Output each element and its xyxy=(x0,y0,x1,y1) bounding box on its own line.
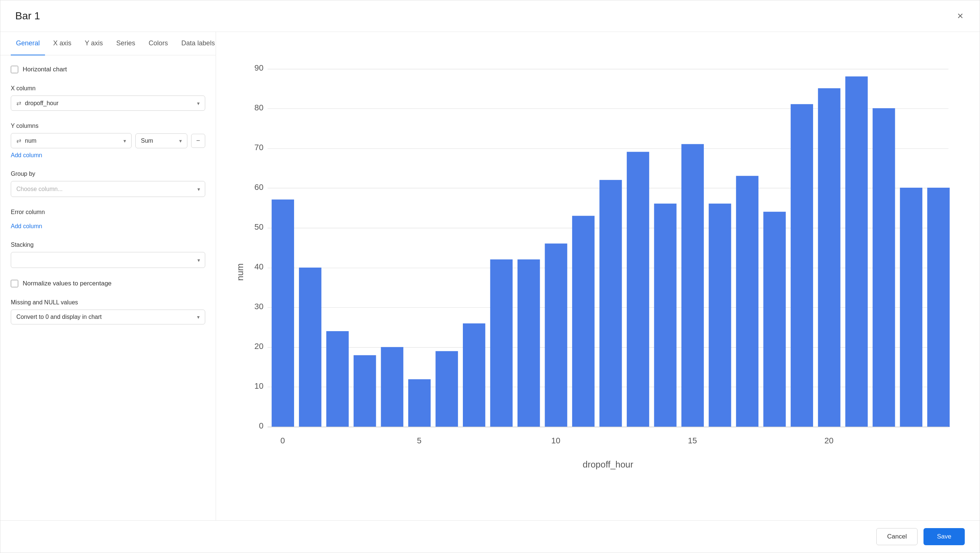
right-panel: num xyxy=(216,32,980,520)
group-by-label: Group by xyxy=(11,171,205,177)
x-column-icon: ⇄ xyxy=(16,100,21,106)
chart-container: num xyxy=(231,40,965,513)
add-error-column-button[interactable]: Add column xyxy=(11,223,42,230)
normalize-row: Normalize values to percentage xyxy=(11,280,205,287)
error-column-label: Error column xyxy=(11,209,205,216)
svg-text:15: 15 xyxy=(688,436,697,445)
add-y-column-button[interactable]: Add column xyxy=(11,152,42,159)
chart-area: num xyxy=(231,40,965,513)
cancel-button[interactable]: Cancel xyxy=(876,528,918,545)
bar-12 xyxy=(599,180,622,427)
bar-7 xyxy=(463,323,485,427)
bar-22 xyxy=(873,108,895,427)
horizontal-chart-checkbox[interactable] xyxy=(11,66,18,73)
save-button[interactable]: Save xyxy=(923,528,965,545)
agg-select[interactable]: Sum ▾ xyxy=(135,133,188,148)
panel-content: Horizontal chart X column ⇄ dropoff_hour… xyxy=(0,56,216,520)
bar-4 xyxy=(381,347,403,427)
bar-2 xyxy=(326,331,349,427)
bar-5 xyxy=(408,379,431,427)
bar-19 xyxy=(791,104,813,427)
agg-value: Sum xyxy=(141,138,175,144)
y-column-value: num xyxy=(25,138,120,144)
bar-21 xyxy=(845,76,868,427)
x-column-chevron: ▾ xyxy=(197,100,200,106)
x-column-select[interactable]: ⇄ dropoff_hour ▾ xyxy=(11,95,205,111)
bar-11 xyxy=(572,216,595,427)
stacking-select[interactable] xyxy=(11,252,205,268)
agg-chevron: ▾ xyxy=(179,138,182,144)
stacking-wrapper: ▾ xyxy=(11,252,205,268)
svg-text:0: 0 xyxy=(280,436,285,445)
group-by-wrapper: Choose column... ▾ xyxy=(11,181,205,197)
y-columns-label: Y columns xyxy=(11,122,205,129)
y-axis-label: num xyxy=(235,264,245,281)
dialog: Bar 1 × General X axis Y axis Series Col… xyxy=(0,0,980,553)
bar-23 xyxy=(900,188,923,427)
stacking-label: Stacking xyxy=(11,242,205,248)
normalize-label: Normalize values to percentage xyxy=(23,280,111,287)
svg-text:90: 90 xyxy=(254,63,263,73)
close-button[interactable]: × xyxy=(956,9,965,23)
error-column-group: Error column Add column xyxy=(11,209,205,230)
tab-x-axis[interactable]: X axis xyxy=(48,32,76,56)
bar-14 xyxy=(654,203,676,427)
svg-text:30: 30 xyxy=(254,302,263,311)
bar-18 xyxy=(763,212,786,427)
dialog-body: General X axis Y axis Series Colors Data… xyxy=(0,32,980,520)
group-by-select[interactable]: Choose column... xyxy=(11,181,205,197)
svg-text:0: 0 xyxy=(259,421,264,431)
tab-general[interactable]: General xyxy=(11,32,45,56)
y-columns-row: ⇄ num ▾ Sum ▾ − xyxy=(11,133,205,148)
missing-null-label: Missing and NULL values xyxy=(11,299,205,306)
svg-text:80: 80 xyxy=(254,103,263,112)
chart-svg: num xyxy=(231,40,965,513)
remove-y-column-button[interactable]: − xyxy=(191,134,205,148)
missing-null-select[interactable]: Convert to 0 and display in chart ▾ xyxy=(11,310,205,324)
x-column-label: X column xyxy=(11,85,205,92)
missing-null-chevron: ▾ xyxy=(197,314,200,320)
bar-8 xyxy=(490,259,512,427)
svg-text:20: 20 xyxy=(254,342,263,351)
bar-16 xyxy=(709,203,731,427)
y-column-select[interactable]: ⇄ num ▾ xyxy=(11,133,132,148)
bar-24 xyxy=(927,188,950,427)
missing-null-value: Convert to 0 and display in chart xyxy=(16,314,193,320)
bar-9 xyxy=(517,259,540,427)
horizontal-chart-row: Horizontal chart xyxy=(11,66,205,73)
svg-text:70: 70 xyxy=(254,143,263,152)
dialog-header: Bar 1 × xyxy=(0,0,980,32)
x-column-value: dropoff_hour xyxy=(25,100,193,106)
tab-data-labels[interactable]: Data labels xyxy=(176,32,216,56)
dialog-title: Bar 1 xyxy=(15,10,40,22)
normalize-checkbox[interactable] xyxy=(11,280,18,287)
bar-15 xyxy=(681,144,704,427)
x-column-group: X column ⇄ dropoff_hour ▾ xyxy=(11,85,205,111)
dialog-footer: Cancel Save xyxy=(0,520,980,553)
tab-series[interactable]: Series xyxy=(111,32,140,56)
svg-text:40: 40 xyxy=(254,262,263,271)
bar-1 xyxy=(299,268,321,427)
svg-text:60: 60 xyxy=(254,183,263,192)
group-by-group: Group by Choose column... ▾ xyxy=(11,171,205,197)
svg-text:50: 50 xyxy=(254,222,263,232)
tab-colors[interactable]: Colors xyxy=(143,32,173,56)
y-column-icon: ⇄ xyxy=(16,137,21,144)
left-panel: General X axis Y axis Series Colors Data… xyxy=(0,32,216,520)
stacking-group: Stacking ▾ xyxy=(11,242,205,268)
y-columns-group: Y columns ⇄ num ▾ Sum ▾ − Add colu xyxy=(11,122,205,159)
bar-3 xyxy=(353,355,376,427)
horizontal-chart-label: Horizontal chart xyxy=(23,66,67,73)
bar-10 xyxy=(545,243,567,427)
y-column-chevron: ▾ xyxy=(123,138,126,144)
bar-13 xyxy=(627,152,649,427)
tab-y-axis[interactable]: Y axis xyxy=(80,32,108,56)
bar-6 xyxy=(436,351,458,427)
x-axis-label: dropoff_hour xyxy=(582,459,633,469)
tabs: General X axis Y axis Series Colors Data… xyxy=(0,32,216,56)
bar-20 xyxy=(818,88,840,427)
svg-text:20: 20 xyxy=(825,436,834,445)
bar-0 xyxy=(272,200,294,427)
bar-17 xyxy=(736,176,759,427)
svg-text:10: 10 xyxy=(551,436,560,445)
